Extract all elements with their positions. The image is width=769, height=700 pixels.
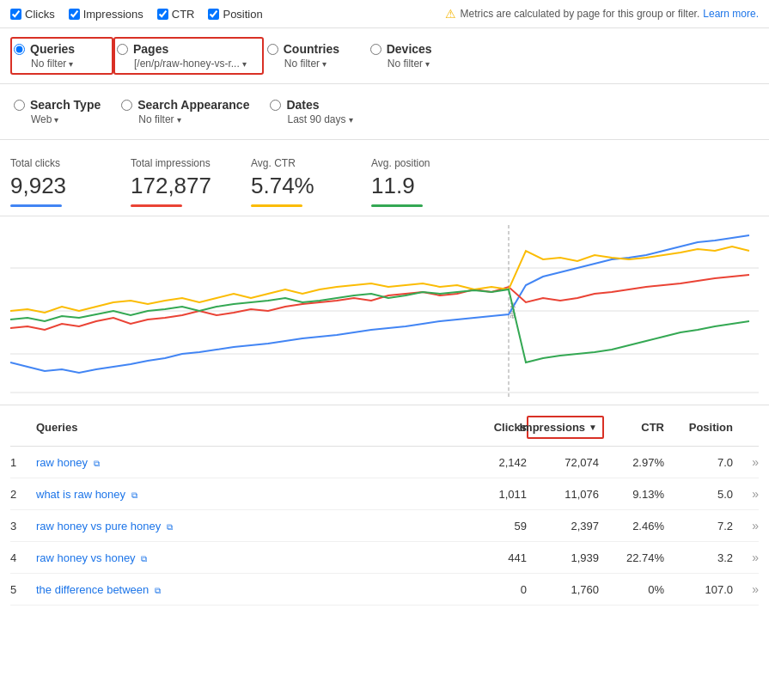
table-rows-container: 1 raw honey ⧉ 2,142 72,074 2.97% 7.0 » 2… xyxy=(10,447,759,606)
row-arrow[interactable]: » xyxy=(733,487,759,501)
external-link-icon: ⧉ xyxy=(141,554,147,563)
impressions-header-text: Impressions xyxy=(520,421,586,434)
search-type-label: Search Type xyxy=(30,98,101,112)
chart-svg: Note xyxy=(10,225,759,397)
clicks-line xyxy=(10,204,62,207)
col-query-header[interactable]: Queries xyxy=(36,421,458,434)
row-position: 5.0 xyxy=(664,488,733,501)
queries-filter-label: Queries xyxy=(30,42,75,56)
row-impressions: 72,074 xyxy=(527,456,604,469)
row-query: raw honey vs honey ⧉ xyxy=(36,551,458,564)
stat-avg-ctr: Avg. CTR 5.74% xyxy=(251,157,371,207)
row-clicks: 1,011 xyxy=(458,488,527,501)
query-link[interactable]: raw honey xyxy=(36,456,88,469)
top-bar: Clicks Impressions CTR Position ⚠ Metric… xyxy=(0,0,769,28)
row-num: 2 xyxy=(10,488,36,501)
devices-arrow-icon: ▾ xyxy=(425,59,430,69)
row-num: 4 xyxy=(10,551,36,564)
ctr-label: CTR xyxy=(172,8,195,21)
clicks-checkbox[interactable]: Clicks xyxy=(10,8,55,21)
dates-sub-text: Last 90 days xyxy=(287,113,345,125)
search-appearance-radio-row: Search Appearance xyxy=(121,98,249,112)
row-arrow[interactable]: » xyxy=(733,519,759,533)
total-clicks-value: 9,923 xyxy=(10,173,113,199)
row-ctr: 22.74% xyxy=(604,551,664,564)
external-link-icon: ⧉ xyxy=(155,586,161,595)
row-arrow[interactable]: » xyxy=(733,455,759,469)
filter-search-type[interactable]: Search Type Web ▾ xyxy=(10,93,118,131)
query-link[interactable]: the difference between xyxy=(36,583,149,596)
row-ctr: 2.97% xyxy=(604,456,664,469)
row-num: 5 xyxy=(10,583,36,596)
avg-position-label: Avg. position xyxy=(371,157,474,169)
search-type-sub-text: Web xyxy=(31,113,52,125)
devices-radio[interactable] xyxy=(370,44,381,55)
external-link-icon: ⧉ xyxy=(167,522,173,532)
filter-devices[interactable]: Devices No filter ▾ xyxy=(367,37,470,75)
clicks-checkbox-input[interactable] xyxy=(10,9,21,20)
queries-radio[interactable] xyxy=(14,44,25,55)
search-type-radio-row: Search Type xyxy=(14,98,101,112)
position-label: Position xyxy=(223,8,262,21)
table-row[interactable]: 4 raw honey vs honey ⧉ 441 1,939 22.74% … xyxy=(10,542,759,574)
stat-total-impressions: Total impressions 172,877 xyxy=(131,157,251,207)
query-link[interactable]: raw honey vs honey xyxy=(36,551,136,564)
filter-pages[interactable]: Pages [/en/p/raw-honey-vs-r... ▾ xyxy=(113,37,264,75)
search-appearance-radio[interactable] xyxy=(121,100,132,111)
filter-row-1: Queries No filter ▾ Pages [/en/p/raw-hon… xyxy=(0,28,769,84)
chevron-right-icon: » xyxy=(752,519,759,533)
position-checkbox-input[interactable] xyxy=(208,9,219,20)
row-clicks: 441 xyxy=(458,551,527,564)
devices-filter-label: Devices xyxy=(387,42,432,56)
table-row[interactable]: 1 raw honey ⧉ 2,142 72,074 2.97% 7.0 » xyxy=(10,447,759,478)
col-ctr-header[interactable]: CTR xyxy=(604,421,664,434)
sort-arrow-icon: ▼ xyxy=(589,423,597,432)
table-section: Queries Clicks Impressions ▼ CTR Positio… xyxy=(0,405,769,606)
warning-icon: ⚠ xyxy=(445,7,456,21)
search-type-sub: Web ▾ xyxy=(31,113,101,125)
countries-arrow-icon: ▾ xyxy=(322,59,327,69)
table-row[interactable]: 5 the difference between ⧉ 0 1,760 0% 10… xyxy=(10,574,759,606)
dates-radio[interactable] xyxy=(270,100,281,111)
col-position-header[interactable]: Position xyxy=(664,421,733,434)
table-header: Queries Clicks Impressions ▼ CTR Positio… xyxy=(10,405,759,447)
search-type-arrow-icon: ▾ xyxy=(54,115,58,125)
total-impressions-value: 172,877 xyxy=(131,173,234,199)
row-position: 7.0 xyxy=(664,456,733,469)
table-row[interactable]: 3 raw honey vs pure honey ⧉ 59 2,397 2.4… xyxy=(10,510,759,542)
pages-arrow-icon: ▾ xyxy=(242,59,247,69)
ctr-checkbox[interactable]: CTR xyxy=(157,8,195,21)
search-type-radio[interactable] xyxy=(14,100,25,111)
learn-more-link[interactable]: Learn more. xyxy=(703,8,759,20)
pages-filter-label: Pages xyxy=(133,42,168,56)
row-arrow[interactable]: » xyxy=(733,551,759,564)
impressions-checkbox-input[interactable] xyxy=(69,9,80,20)
row-arrow[interactable]: » xyxy=(733,582,759,596)
pages-radio[interactable] xyxy=(117,44,128,55)
row-num: 3 xyxy=(10,520,36,533)
devices-radio-row: Devices xyxy=(370,42,453,56)
filter-search-appearance[interactable]: Search Appearance No filter ▾ xyxy=(118,93,266,131)
stat-avg-position: Avg. position 11.9 xyxy=(371,157,491,207)
query-link[interactable]: what is raw honey xyxy=(36,488,125,501)
queries-sub: No filter ▾ xyxy=(31,58,96,70)
pages-sub: [/en/p/raw-honey-vs-r... ▾ xyxy=(134,58,247,70)
dates-sub: Last 90 days ▾ xyxy=(287,113,352,125)
col-clicks-header[interactable]: Clicks xyxy=(458,421,527,434)
position-checkbox[interactable]: Position xyxy=(208,8,262,21)
row-query: raw honey vs pure honey ⧉ xyxy=(36,520,458,533)
metrics-note: ⚠ Metrics are calculated by page for thi… xyxy=(445,7,759,21)
ctr-checkbox-input[interactable] xyxy=(157,9,168,20)
col-impressions-header[interactable]: Impressions ▼ xyxy=(527,416,604,439)
position-line xyxy=(371,204,423,207)
query-link[interactable]: raw honey vs pure honey xyxy=(36,520,161,533)
filter-queries[interactable]: Queries No filter ▾ xyxy=(10,37,113,75)
avg-ctr-value: 5.74% xyxy=(251,173,354,199)
filter-dates[interactable]: Dates Last 90 days ▾ xyxy=(266,93,369,131)
table-row[interactable]: 2 what is raw honey ⧉ 1,011 11,076 9.13%… xyxy=(10,478,759,510)
impressions-checkbox[interactable]: Impressions xyxy=(69,8,143,21)
row-impressions: 11,076 xyxy=(527,488,604,501)
countries-filter-label: Countries xyxy=(284,42,339,56)
countries-radio[interactable] xyxy=(267,44,278,55)
filter-countries[interactable]: Countries No filter ▾ xyxy=(264,37,367,75)
